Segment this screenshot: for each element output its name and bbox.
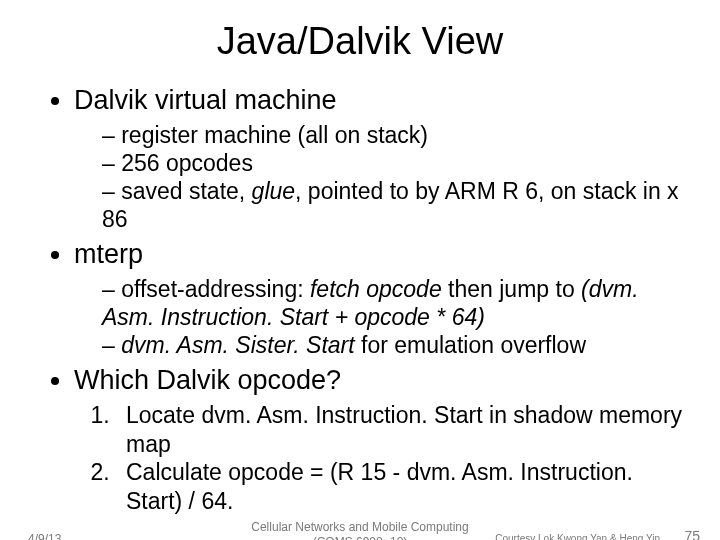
em-text: dvm. Asm. Sister. Start bbox=[121, 332, 354, 358]
sub-item: dvm. Asm. Sister. Start for emulation ov… bbox=[102, 331, 690, 359]
text: saved state, bbox=[121, 178, 251, 204]
num-item: Locate dvm. Asm. Instruction. Start in s… bbox=[116, 401, 690, 459]
bullet-which-opcode: Which Dalvik opcode? Locate dvm. Asm. In… bbox=[74, 365, 690, 516]
slide-body: Dalvik virtual machine register machine … bbox=[0, 85, 720, 516]
sub-item: offset-addressing: fetch opcode then jum… bbox=[102, 275, 690, 331]
sub-item: register machine (all on stack) bbox=[102, 121, 690, 149]
footer-credit: Courtesy Lok Kwong Yan & Heng Yin bbox=[495, 533, 660, 540]
slide-title: Java/Dalvik View bbox=[0, 20, 720, 63]
slide: Java/Dalvik View Dalvik virtual machine … bbox=[0, 20, 720, 540]
em-text: glue bbox=[252, 178, 295, 204]
footer-course-code: (COMS 6998 -10) bbox=[313, 535, 408, 540]
bullet-dalvik-vm: Dalvik virtual machine register machine … bbox=[74, 85, 690, 233]
bullet-list: Dalvik virtual machine register machine … bbox=[48, 85, 690, 516]
text: then jump to bbox=[442, 276, 581, 302]
footer-page-number: 75 bbox=[684, 528, 700, 540]
em-text: fetch opcode bbox=[310, 276, 442, 302]
sub-list: register machine (all on stack) 256 opco… bbox=[74, 121, 690, 233]
bullet-mterp: mterp offset-addressing: fetch opcode th… bbox=[74, 239, 690, 359]
sub-item: saved state, glue, pointed to by ARM R 6… bbox=[102, 177, 690, 233]
text: offset-addressing: bbox=[121, 276, 310, 302]
bullet-text: mterp bbox=[74, 239, 143, 269]
sub-item: 256 opcodes bbox=[102, 149, 690, 177]
numbered-list: Locate dvm. Asm. Instruction. Start in s… bbox=[74, 401, 690, 516]
num-item: Calculate opcode = (R 15 - dvm. Asm. Ins… bbox=[116, 458, 690, 516]
bullet-text: Dalvik virtual machine bbox=[74, 85, 337, 115]
footer-course: Cellular Networks and Mobile Computing bbox=[251, 520, 468, 534]
sub-list: offset-addressing: fetch opcode then jum… bbox=[74, 275, 690, 359]
bullet-text: Which Dalvik opcode? bbox=[74, 365, 341, 395]
text: for emulation overflow bbox=[355, 332, 586, 358]
